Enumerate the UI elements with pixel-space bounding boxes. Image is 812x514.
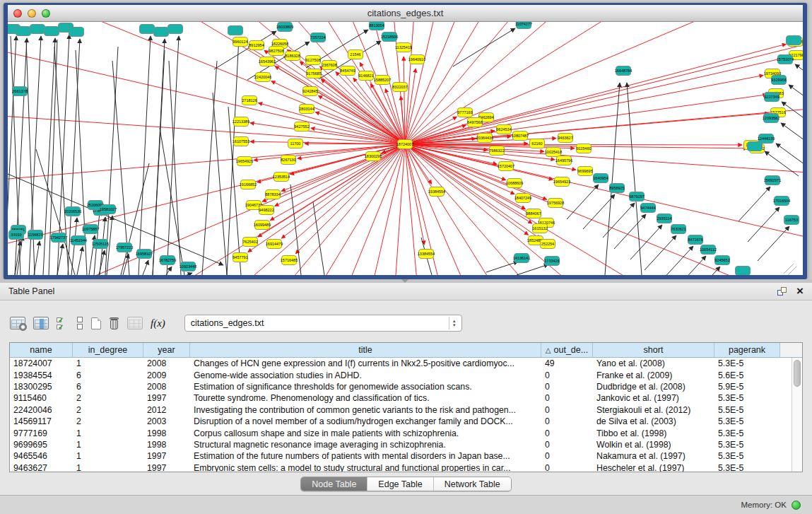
graph-node[interactable] (44, 26, 59, 36)
graph-node[interactable] (747, 141, 763, 151)
graph-node[interactable]: 9175685 (306, 69, 322, 78)
column-header-in-degree[interactable]: in_degree (73, 343, 143, 357)
graph-node[interactable]: 9884067 (526, 209, 541, 218)
graph-node[interactable]: 6879197 (629, 192, 645, 201)
graph-node[interactable]: 116753 (784, 215, 799, 225)
table-row[interactable]: 1938455462009Genome-wide association stu… (10, 369, 802, 380)
table-row[interactable]: 911546021997Tourette syndrome. Phenomeno… (10, 392, 802, 404)
graph-node[interactable]: 8267130 (281, 155, 296, 165)
column-header-title[interactable]: title (190, 343, 541, 357)
graph-node[interactable]: 11325419 (396, 42, 411, 52)
graph-node[interactable]: 33193 (8, 230, 24, 240)
network-view-canvas[interactable]: 1872400718300295193845541610755311700196… (8, 22, 803, 275)
function-builder-button[interactable]: f(x) (151, 317, 168, 329)
graph-node[interactable]: 20206536 (65, 206, 81, 216)
table-row[interactable]: 946362711997Embryonic stem cells: a mode… (10, 462, 802, 472)
graph-node[interactable]: 18407249 (515, 193, 531, 203)
column-header-pagerank[interactable]: pagerank (714, 343, 780, 357)
graph-node[interactable] (786, 35, 801, 45)
graph-node[interactable]: 12505115 (93, 239, 108, 249)
graph-node[interactable]: 14136141 (514, 253, 529, 263)
scrollbar-thumb[interactable] (794, 360, 801, 387)
table-scrollbar[interactable] (792, 358, 802, 472)
graph-node[interactable]: 8186328 (285, 51, 300, 61)
graph-node[interactable]: 12093582 (763, 113, 779, 123)
table-settings-button[interactable] (10, 317, 25, 329)
graph-node[interactable]: 9227349 (764, 92, 779, 102)
graph-node[interactable]: 9463627 (558, 133, 573, 143)
delete-column-button[interactable] (109, 317, 119, 329)
table-row[interactable]: 2242004622012Investigating the contribut… (10, 404, 802, 416)
column-header-out-de-[interactable]: △out_de... (541, 343, 593, 357)
graph-node[interactable]: 9498222 (259, 205, 274, 215)
graph-node[interactable] (139, 24, 155, 34)
graph-node[interactable]: 1640954 (593, 173, 608, 183)
graph-node[interactable]: 12353514 (273, 172, 289, 182)
window-titlebar[interactable]: citations_edges.txt (8, 5, 803, 22)
graph-node[interactable]: 8878334 (265, 189, 281, 199)
graph-node[interactable]: 8958925 (609, 183, 625, 193)
graph-node[interactable] (735, 266, 751, 275)
graph-node[interactable]: 19581027 (100, 204, 116, 214)
graph-node[interactable]: 62160 (529, 139, 545, 148)
graph-node[interactable]: 22420046 (255, 72, 271, 82)
tab-node-table[interactable]: Node Table (301, 477, 367, 491)
graph-node[interactable]: 7986322 (489, 146, 505, 156)
graph-node[interactable]: 1156823 (28, 230, 43, 240)
column-header-short[interactable]: short (593, 343, 714, 357)
graph-node[interactable]: 16543962 (259, 57, 275, 66)
graph-node[interactable]: 19756928 (548, 198, 563, 208)
graph-node[interactable] (69, 27, 84, 37)
tab-edge-table[interactable]: Edge Table (367, 477, 433, 491)
graph-node[interactable]: 6497568 (467, 117, 483, 127)
new-column-button[interactable] (91, 317, 101, 329)
column-header-name[interactable]: name (10, 343, 73, 357)
table-row[interactable]: 977716911998Corpus callosum shape and si… (10, 427, 802, 438)
graph-node[interactable]: 15751074 (777, 54, 793, 64)
graph-node[interactable]: 15218506 (382, 32, 397, 42)
graph-node[interactable]: 9474444 (640, 203, 656, 213)
select-columns-button[interactable]: ✓ ✓ (57, 317, 69, 329)
toggle-rows-button[interactable] (77, 317, 83, 329)
graph-node[interactable]: 2367608 (322, 60, 337, 70)
graph-node[interactable]: 7357224 (310, 33, 326, 42)
graph-node[interactable]: 9427552 (294, 122, 310, 132)
graph-node[interactable]: 13384554 (418, 249, 434, 259)
table-row[interactable]: 1830029562008Estimation of significance … (10, 381, 802, 392)
table-row[interactable]: 946554611997Estimation of the future num… (10, 450, 802, 462)
graph-node[interactable]: 19654923 (554, 177, 570, 187)
graph-node[interactable]: 9245652 (714, 255, 730, 265)
graph-node[interactable]: 9960124 (233, 37, 248, 47)
graph-node[interactable]: 252254 (540, 239, 555, 249)
graph-node[interactable]: 17016504 (774, 196, 789, 206)
graph-node[interactable]: 7625402 (242, 237, 258, 247)
graph-node[interactable]: 10975887 (83, 224, 98, 234)
graph-node[interactable]: 19166852 (240, 180, 256, 189)
graph-node[interactable]: 10923448 (180, 262, 196, 271)
graph-node[interactable]: 7632621 (671, 224, 686, 234)
graph-node[interactable]: 20364436 (477, 133, 493, 143)
table-row[interactable]: 1872400712008Changes of HCN gene express… (10, 358, 802, 369)
graph-node[interactable]: 10654112 (700, 245, 716, 255)
graph-node[interactable]: 16033809 (277, 22, 293, 32)
graph-node[interactable]: 10807487 (512, 131, 528, 141)
graph-node[interactable]: 1615132 (532, 223, 548, 233)
graph-node[interactable]: 2718126 (242, 95, 257, 105)
close-panel-icon[interactable]: × (796, 286, 804, 296)
graph-node[interactable]: 9827508 (269, 46, 284, 56)
graph-node[interactable] (16, 26, 31, 36)
graph-node[interactable]: 9127508 (305, 55, 321, 65)
graph-node[interactable] (167, 24, 183, 34)
graph-node[interactable]: 16099489 (254, 220, 270, 230)
graph-node[interactable]: 9329966 (771, 75, 787, 85)
graph-node[interactable]: 8912954 (249, 40, 264, 50)
graph-node[interactable]: 11451944 (71, 235, 86, 245)
tab-network-table[interactable]: Network Table (434, 477, 511, 491)
graph-node[interactable]: 16648784 (616, 66, 631, 76)
float-panel-icon[interactable] (777, 287, 787, 296)
graph-node[interactable]: 15720407 (498, 161, 514, 171)
graph-node[interactable]: 15885207 (375, 75, 390, 85)
graph-node[interactable] (153, 27, 169, 37)
graph-node[interactable]: 16495796 (556, 156, 572, 165)
graph-node[interactable]: 18724007 (397, 139, 413, 149)
